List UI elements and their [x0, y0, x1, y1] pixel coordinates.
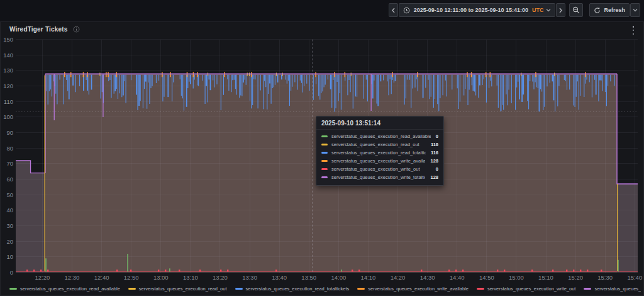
svg-text:120: 120	[3, 83, 13, 89]
svg-text:110: 110	[4, 98, 13, 105]
svg-text:90: 90	[6, 129, 13, 136]
svg-text:14:40: 14:40	[450, 274, 465, 281]
svg-text:13:00: 13:00	[153, 274, 169, 281]
svg-text:15:00: 15:00	[509, 274, 524, 281]
tooltip-row: serverstatus_queues_execution_write_tota…	[321, 173, 438, 181]
wiredtiger-tickets-panel: WiredTiger Tickets 010203040506070809010…	[0, 21, 644, 296]
tooltip-series-name: serverstatus_queues_execution_read_total…	[331, 150, 426, 156]
svg-text:14:00: 14:00	[331, 274, 346, 281]
legend-series-name: serverstatus_queues_execution_read_out	[139, 286, 227, 292]
zoom-out-icon	[572, 6, 580, 14]
panel-header[interactable]: WiredTiger Tickets	[1, 22, 643, 36]
panel-menu-kebab-icon[interactable]	[630, 25, 637, 35]
legend-series-name: serverstatus_queues_execution_write_tota…	[594, 286, 641, 292]
tooltip-series-value: 128	[430, 158, 438, 164]
chevron-down-icon	[546, 8, 551, 12]
svg-text:80: 80	[6, 145, 13, 152]
tooltip-row: serverstatus_queues_execution_write_avai…	[321, 157, 438, 165]
refresh-interval-dropdown[interactable]	[630, 3, 640, 17]
svg-text:12:20: 12:20	[35, 274, 50, 281]
tooltip-row: serverstatus_queues_execution_read_avail…	[321, 132, 438, 140]
tooltip-series-value: 116	[431, 150, 438, 156]
svg-text:40: 40	[6, 207, 13, 213]
tooltip-series-value: 0	[436, 134, 438, 139]
legend-item[interactable]: serverstatus_queues_execution_read_out	[128, 286, 227, 292]
panel-title: WiredTiger Tickets	[9, 26, 68, 33]
svg-text:60: 60	[6, 176, 13, 183]
chevron-right-icon	[558, 8, 563, 13]
legend-series-name: serverstatus_queues_execution_write_out	[487, 286, 576, 292]
grafana-dashboard: { "topbar": { "time_range": "2025-09-10 …	[0, 0, 644, 296]
chart-legend: serverstatus_queues_execution_read_avail…	[9, 283, 641, 294]
clock-icon	[403, 7, 410, 14]
svg-text:14:30: 14:30	[420, 274, 435, 281]
series-swatch	[477, 288, 484, 290]
svg-text:140: 140	[3, 52, 13, 59]
svg-text:12:40: 12:40	[94, 274, 109, 281]
svg-text:15:10: 15:10	[538, 274, 553, 281]
svg-text:130: 130	[3, 67, 13, 74]
svg-text:13:20: 13:20	[213, 274, 228, 281]
tooltip-series-name: serverstatus_queues_execution_write_avai…	[331, 158, 425, 164]
tooltip-body: serverstatus_queues_execution_read_avail…	[316, 130, 443, 185]
svg-text:13:40: 13:40	[272, 274, 287, 281]
zoom-out-time-button[interactable]	[569, 3, 583, 17]
svg-text:12:30: 12:30	[65, 274, 80, 281]
tooltip-row: serverstatus_queues_execution_write_out …	[321, 165, 438, 173]
time-range-picker-button[interactable]: 2025-09-10 12:11:00 to 2025-09-10 15:41:…	[399, 3, 556, 17]
series-swatch	[321, 152, 328, 154]
series-swatch	[321, 176, 328, 178]
svg-text:100: 100	[3, 113, 13, 120]
legend-series-name: serverstatus_queues_execution_write_avai…	[368, 286, 469, 292]
svg-text:50: 50	[6, 191, 13, 198]
svg-text:13:30: 13:30	[242, 274, 257, 281]
time-range-back-button[interactable]	[389, 3, 398, 17]
series-swatch	[9, 288, 17, 290]
refresh-icon	[594, 7, 601, 14]
tooltip-row: serverstatus_queues_execution_read_out 1…	[321, 140, 438, 149]
series-swatch	[357, 288, 365, 290]
svg-text:0: 0	[10, 269, 13, 276]
top-navigation-bar: 2025-09-10 12:11:00 to 2025-09-10 15:41:…	[0, 0, 644, 21]
series-swatch	[321, 168, 328, 170]
series-swatch	[128, 288, 136, 290]
legend-item[interactable]: serverstatus_queues_execution_read_total…	[235, 286, 350, 292]
svg-text:15:30: 15:30	[597, 274, 613, 281]
chevron-left-icon	[391, 8, 396, 13]
legend-item[interactable]: serverstatus_queues_execution_write_out	[477, 286, 576, 292]
series-swatch	[235, 288, 243, 290]
timezone-label: UTC	[532, 7, 544, 13]
tooltip-series-name: serverstatus_queues_execution_read_out	[331, 142, 426, 147]
svg-text:15:40: 15:40	[627, 274, 642, 281]
refresh-button[interactable]: Refresh	[589, 3, 630, 17]
svg-text:70: 70	[6, 160, 13, 167]
series-swatch	[321, 144, 328, 145]
tooltip-series-name: serverstatus_queues_execution_read_avail…	[331, 134, 431, 139]
legend-series-name: serverstatus_queues_execution_read_total…	[246, 286, 350, 292]
svg-text:10: 10	[6, 253, 13, 260]
chart-tooltip: 2025-09-10 13:51:14 serverstatus_queues_…	[316, 116, 444, 186]
series-swatch	[584, 288, 591, 290]
legend-item[interactable]: serverstatus_queues_execution_write_tota…	[584, 286, 641, 292]
legend-series-name: serverstatus_queues_execution_read_avail…	[20, 286, 120, 292]
time-range-text: 2025-09-10 12:11:00 to 2025-09-10 15:41:…	[414, 7, 528, 13]
tooltip-series-value: 128	[430, 174, 438, 180]
time-range-forward-button[interactable]	[556, 3, 565, 17]
svg-text:13:50: 13:50	[301, 274, 316, 281]
svg-text:14:10: 14:10	[361, 274, 376, 281]
refresh-label: Refresh	[604, 7, 625, 13]
legend-item[interactable]: serverstatus_queues_execution_write_avai…	[357, 286, 469, 292]
series-swatch	[321, 160, 328, 162]
svg-text:15:20: 15:20	[568, 274, 583, 281]
tooltip-series-name: serverstatus_queues_execution_write_tota…	[331, 174, 425, 180]
info-icon[interactable]	[73, 26, 80, 33]
svg-text:13:10: 13:10	[183, 274, 198, 281]
tooltip-timestamp: 2025-09-10 13:51:14	[316, 117, 443, 130]
legend-item[interactable]: serverstatus_queues_execution_read_avail…	[9, 286, 120, 292]
svg-text:20: 20	[6, 238, 13, 245]
svg-text:14:20: 14:20	[391, 274, 406, 281]
svg-text:12:50: 12:50	[124, 274, 139, 281]
svg-text:30: 30	[6, 222, 13, 229]
tooltip-series-value: 116	[431, 142, 438, 147]
svg-text:14:50: 14:50	[479, 274, 494, 281]
